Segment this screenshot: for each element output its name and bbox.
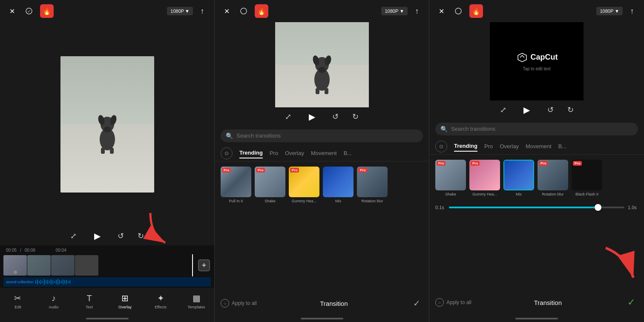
toolbar-audio[interactable]: ♪ Audio (43, 293, 64, 309)
trans-thumb-shake[interactable]: Pro (255, 167, 285, 197)
pro-badge-gummy: Pro (290, 168, 299, 172)
templates-icon: ▦ (193, 293, 201, 303)
undo-button-2[interactable]: ↺ (332, 112, 339, 121)
clip-2[interactable] (27, 255, 51, 276)
trans-label-blackflash: Black Flash II (575, 192, 598, 196)
resolution-button-3[interactable]: 1080P ▼ (596, 7, 623, 15)
pro-badge: Pro (222, 168, 231, 172)
tab-overlay-2[interactable]: Overlay (285, 148, 304, 158)
overlay-icon: ⊞ (121, 293, 129, 303)
trans-thumb-shake-3[interactable]: Pro (435, 160, 466, 190)
duration-slider-row: 0.1s 1.0s (435, 205, 638, 210)
trans-label-shake-3: Shake (445, 192, 456, 196)
clip-4[interactable] (75, 255, 98, 276)
timeline: 00:05 / 00:08 00:04 (0, 245, 214, 288)
search-input-3[interactable] (451, 126, 633, 132)
playhead (192, 254, 193, 276)
trans-item-pull: Pro Pull In II (221, 167, 251, 203)
svg-rect-10 (37, 279, 38, 285)
redo-button-3[interactable]: ↻ (567, 105, 574, 115)
trans-label-mix-3: Mix (516, 192, 522, 196)
confirm-button-2[interactable]: ✓ (411, 297, 423, 309)
tab-movement-2[interactable]: Movement (311, 148, 337, 158)
close-button[interactable]: ✕ (6, 5, 18, 17)
recent-icon-3[interactable]: ⊙ (435, 141, 447, 152)
play-button[interactable]: ▶ (90, 229, 104, 243)
resolution-button[interactable]: 1080P ▼ (167, 7, 193, 15)
slider-track[interactable] (449, 207, 624, 208)
tutorial-button-3[interactable] (452, 5, 464, 17)
fire-button-2[interactable]: 🔥 (255, 4, 268, 18)
trans-thumb-blackflash[interactable]: Pro (572, 160, 602, 190)
duration-min: 0.1s (435, 205, 446, 210)
play-button-2[interactable]: ▶ (305, 110, 319, 124)
transition-grid-3: Pro Shake Pro Gummy Hea... Mix Pro Rotat… (429, 155, 644, 201)
toolbar-edit[interactable]: ✂ Edit (7, 293, 29, 309)
toolbar-overlay[interactable]: ⊞ Overlay (114, 293, 135, 309)
expand-button-3[interactable]: ⤢ (500, 105, 506, 115)
trans-thumb-rotation[interactable]: Pro (357, 167, 388, 197)
tab-more-3[interactable]: B... (558, 141, 567, 151)
fire-button[interactable]: 🔥 (40, 4, 54, 18)
add-clip-button[interactable]: + (198, 259, 210, 271)
apply-all-label-3: Apply to all (446, 299, 472, 305)
search-input-2[interactable] (236, 132, 418, 139)
trans-thumb-rotation-3[interactable]: Pro (538, 160, 568, 190)
slider-thumb[interactable] (595, 204, 601, 211)
trans-thumb-gummy-3[interactable]: Pro (469, 160, 500, 190)
pro-badge-gummy-3: Pro (471, 161, 480, 166)
svg-rect-22 (58, 279, 58, 285)
svg-rect-9 (35, 280, 36, 284)
export-button-3[interactable]: ↑ (626, 5, 638, 17)
search-bar-2: 🔍 (221, 129, 423, 142)
topbar: ✕ ✓ 🔥 1080P ▼ ↑ (0, 0, 214, 22)
undo-button[interactable]: ↺ (118, 231, 124, 241)
toolbar-effects[interactable]: ✦ Effects (150, 293, 171, 309)
redo-button[interactable]: ↻ (138, 231, 144, 241)
clip-1[interactable] (3, 255, 27, 276)
confirm-button-3[interactable]: ✓ (624, 296, 638, 309)
trans-label-rotation: Rotation blur (361, 199, 383, 203)
resolution-button-2[interactable]: 1080P ▼ (381, 7, 408, 15)
apply-all-3[interactable]: ○ Apply to all (435, 298, 472, 307)
recent-icon-2[interactable]: ⊙ (221, 147, 233, 159)
timeline-header: 00:05 / 00:08 00:04 (0, 247, 214, 253)
apply-all-2[interactable]: ○ Apply to all (221, 299, 257, 308)
tab-movement-3[interactable]: Movement (526, 141, 552, 151)
video-thumbnail-2 (275, 22, 369, 107)
video-thumbnail-3: CapCut Tap to edit text (490, 22, 584, 101)
trans-item-mix: Mix (323, 167, 354, 203)
toolbar-text[interactable]: T Text (79, 293, 100, 309)
topbar-2-left: ✕ 🔥 (221, 4, 268, 18)
trans-thumb-pull[interactable]: Pro (221, 167, 251, 197)
tab-trending-3[interactable]: Trending (454, 141, 477, 152)
pro-badge-shake-3: Pro (437, 161, 446, 166)
trans-thumb-mix[interactable] (323, 167, 354, 197)
fire-button-3[interactable]: 🔥 (469, 4, 483, 18)
trans-thumb-mix-3[interactable] (503, 160, 534, 190)
clip-3[interactable] (51, 255, 75, 276)
audio-track: sound collection (3, 277, 211, 287)
export-button-2[interactable]: ↑ (411, 5, 423, 17)
tab-pro-3[interactable]: Pro (484, 141, 493, 151)
svg-rect-17 (49, 281, 50, 283)
tutorial-button[interactable]: ✓ (23, 5, 35, 17)
close-button-3[interactable]: ✕ (435, 5, 447, 17)
tab-overlay-3[interactable]: Overlay (500, 141, 519, 151)
play-button-3[interactable]: ▶ (520, 103, 534, 117)
duration-separator: / (20, 248, 21, 253)
expand-button-2[interactable]: ⤢ (285, 112, 291, 121)
toolbar-templates[interactable]: ▦ Templates (186, 293, 207, 309)
undo-button-3[interactable]: ↺ (547, 105, 554, 115)
audio-waveform (35, 279, 208, 285)
trans-thumb-gummy[interactable]: Pro (289, 167, 319, 197)
close-button-2[interactable]: ✕ (221, 5, 233, 17)
tab-more-2[interactable]: B... (344, 148, 352, 158)
expand-button[interactable]: ⤢ (70, 231, 77, 241)
tutorial-button-2[interactable] (238, 5, 250, 17)
tab-trending-2[interactable]: Trending (239, 148, 263, 158)
redo-button-2[interactable]: ↻ (352, 112, 359, 121)
templates-label: Templates (188, 305, 205, 309)
tab-pro-2[interactable]: Pro (270, 148, 278, 158)
export-button[interactable]: ↑ (196, 5, 208, 17)
